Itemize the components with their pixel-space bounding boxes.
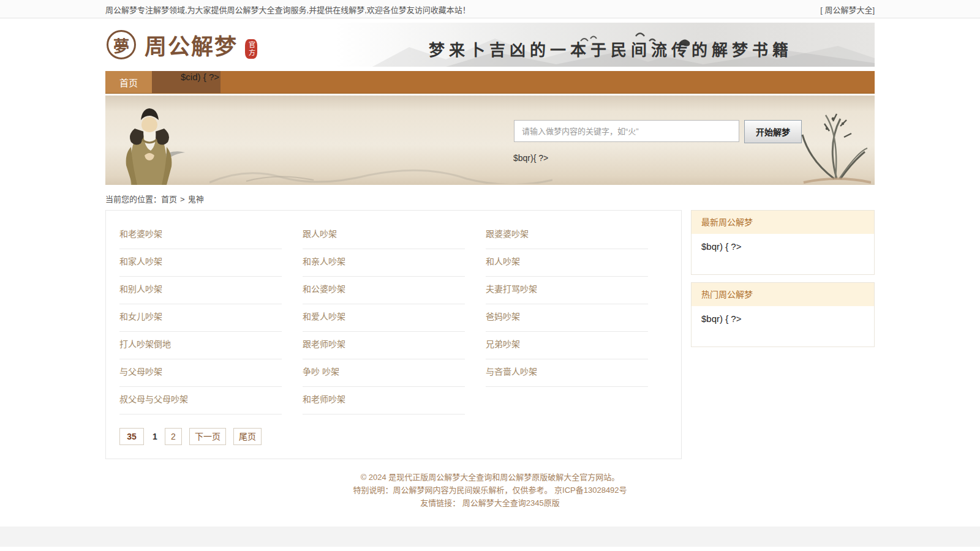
pagination-total: 35 (119, 428, 144, 445)
dream-link[interactable]: 和人吵架 (486, 249, 648, 277)
template-artifact-text: $cid) { ?> (181, 72, 219, 82)
dream-link[interactable]: 和女儿吵架 (119, 304, 282, 332)
dream-topic-list: 和老婆吵架 和家人吵架 和别人吵架 和女儿吵架 打人吵架倒地 与父母吵架 叔父母… (105, 210, 682, 459)
nav-tab-broken[interactable]: $cid) { ?> (152, 71, 221, 93)
site-title: 周公解梦 (145, 29, 238, 61)
footer-links-label: 友情链接： (420, 498, 460, 508)
latest-dreams-box: 最新周公解梦 $bqr) { ?> (691, 210, 875, 275)
orchid-illustration (797, 99, 871, 185)
dream-list-column-1: 和老婆吵架 和家人吵架 和别人吵架 和女儿吵架 打人吵架倒地 与父母吵架 叔父母… (119, 222, 296, 414)
hills-illustration (209, 159, 552, 184)
dream-link[interactable]: 跟婆婆吵架 (486, 222, 648, 249)
official-seal-icon: 官方 (245, 39, 257, 59)
pagination-page-2[interactable]: 2 (165, 428, 182, 445)
pagination-last-button[interactable]: 尾页 (233, 428, 262, 445)
site-tagline: 梦来卜吉凶的一本于民间流传的解梦书籍 (429, 37, 793, 60)
nav-tab-home[interactable]: 首页 (105, 71, 152, 93)
sage-illustration (115, 99, 195, 185)
dream-link[interactable]: 跟人吵架 (303, 222, 465, 249)
header: 夢 周公解梦 官方 梦来卜吉凶的一本于民间流传的解梦书籍 (105, 23, 875, 67)
latest-dreams-title: 最新周公解梦 (692, 211, 874, 234)
pagination-current-page: 1 (151, 432, 160, 441)
hot-dreams-box: 热门周公解梦 $bqr) { ?> (691, 282, 875, 347)
dream-link[interactable]: 和爱人吵架 (303, 304, 465, 332)
template-artifact-text: $bqr){ ?> (513, 153, 548, 163)
dream-link[interactable]: 争吵 吵架 (303, 359, 465, 387)
footer-copyright: © 2024 是现代正版周公解梦大全查询和周公解梦原版破解大全官方网站。 (105, 471, 875, 484)
breadcrumb-current: 鬼神 (188, 195, 204, 204)
breadcrumb: 当前您的位置：首页>鬼神 (105, 193, 875, 204)
breadcrumb-separator: > (180, 195, 185, 204)
pagination: 35 1 2 下一页 尾页 (119, 428, 681, 445)
logo[interactable]: 夢 周公解梦 官方 (107, 29, 257, 61)
main-nav: 首页 $cid) { ?> (105, 71, 875, 94)
dream-link[interactable]: 与父母吵架 (119, 359, 282, 387)
breadcrumb-home-link[interactable]: 首页 (161, 195, 177, 204)
dream-link[interactable]: 和老师吵架 (303, 387, 465, 414)
dream-link[interactable]: 与吝啬人吵架 (486, 359, 648, 387)
footer-friend-link[interactable]: 周公解梦大全查询2345原版 (462, 498, 560, 508)
dream-list-column-2: 跟人吵架 和亲人吵架 和公婆吵架 和爱人吵架 跟老师吵架 争吵 吵架 和老师吵架 (303, 222, 480, 414)
template-artifact-text: $bqr) { ?> (692, 306, 874, 347)
dream-link[interactable]: 和亲人吵架 (303, 249, 465, 277)
hot-dreams-title: 热门周公解梦 (692, 283, 874, 306)
dream-list-column-3: 跟婆婆吵架 和人吵架 夫妻打骂吵架 爸妈吵架 兄弟吵架 与吝啬人吵架 (486, 222, 663, 414)
footer-icp-link[interactable]: 京ICP备13028492号 (554, 485, 627, 495)
site-home-link[interactable]: [ 周公解梦大全] (820, 4, 875, 15)
dream-search-input[interactable] (514, 120, 739, 142)
dream-link[interactable]: 和老婆吵架 (119, 222, 282, 249)
dream-link[interactable]: 跟老师吵架 (303, 332, 465, 359)
dream-link[interactable]: 叔父母与父母吵架 (119, 387, 282, 414)
sidebar: 最新周公解梦 $bqr) { ?> 热门周公解梦 $bqr) { ?> (691, 210, 875, 354)
pagination-next-button[interactable]: 下一页 (189, 428, 226, 445)
dream-link[interactable]: 打人吵架倒地 (119, 332, 282, 359)
footer: © 2024 是现代正版周公解梦大全查询和周公解梦原版破解大全官方网站。 特别说… (105, 459, 875, 525)
breadcrumb-prefix: 当前您的位置： (105, 195, 161, 204)
bottom-strip (0, 527, 980, 547)
start-interpret-button[interactable]: 开始解梦 (744, 120, 802, 143)
dream-link[interactable]: 和公婆吵架 (303, 277, 465, 304)
dream-link[interactable]: 兄弟吵架 (486, 332, 648, 359)
dream-link[interactable]: 夫妻打骂吵架 (486, 277, 648, 304)
dream-link[interactable]: 爸妈吵架 (486, 304, 648, 332)
search-banner: 开始解梦 $bqr){ ?> (105, 96, 875, 185)
site-announcement: 周公解梦专注解梦领域,为大家提供周公解梦大全查询服务,并提供在线解梦,欢迎各位梦… (105, 4, 470, 15)
dream-link[interactable]: 和别人吵架 (119, 277, 282, 304)
dream-link[interactable]: 和家人吵架 (119, 249, 282, 277)
logo-dream-icon: 夢 (107, 30, 136, 59)
footer-disclaimer: 特别说明：周公解梦网内容为民间娱乐解析，仅供参考。 (353, 485, 552, 495)
template-artifact-text: $bqr) { ?> (692, 234, 874, 274)
topbar: 周公解梦专注解梦领域,为大家提供周公解梦大全查询服务,并提供在线解梦,欢迎各位梦… (0, 0, 980, 18)
